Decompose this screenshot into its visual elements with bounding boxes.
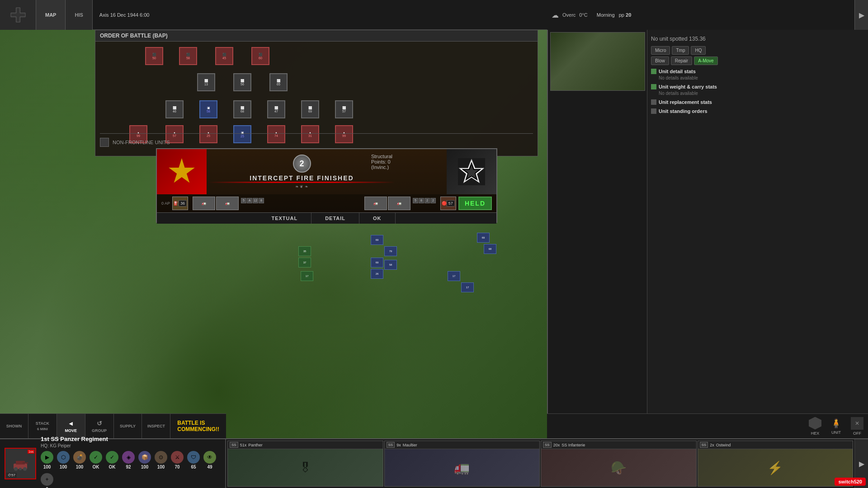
- ammo-vehicles: 🚛 🚛: [193, 197, 239, 210]
- move-mode[interactable]: ◄ MOVE: [57, 414, 85, 439]
- unit-name: 1st SS Panzer Regiment: [41, 436, 221, 442]
- ammo-box-3: 12: [253, 198, 258, 203]
- action-row-1: Micro Tmp HQ: [651, 46, 864, 55]
- unit-cards: SS 51x Panther 🎖 SS 9x Maultier 🚛 SS 20x: [226, 439, 854, 488]
- unit-stats-row: ▶ 100 ⬡ 100 💣 100 ✓ OK ✓ OK: [41, 451, 221, 488]
- map-unit[interactable]: 37: [298, 258, 311, 267]
- spotting-icon: 👁: [203, 451, 216, 464]
- iron-cross-icon: [458, 158, 485, 185]
- ok-button[interactable]: OK: [359, 213, 396, 224]
- stat-ammo: 💣 100: [73, 451, 86, 469]
- oob-unit[interactable]: ⬛ 60: [251, 47, 269, 65]
- map-unit[interactable]: 69: [371, 235, 383, 245]
- map-unit[interactable]: 79: [384, 246, 397, 256]
- oob-unit[interactable]: ⬜ 68: [233, 100, 251, 118]
- unit-weight-carry-section: Unit weight & carry stats No details ava…: [651, 84, 864, 96]
- oob-unit[interactable]: ⬜ 69: [301, 100, 319, 118]
- shown-mode[interactable]: SHOWN: [0, 414, 28, 439]
- oob-unit[interactable]: ⬜ 56: [233, 73, 251, 91]
- defender-hp: 57: [447, 200, 455, 206]
- oob-unit[interactable]: ⬛ 58: [179, 47, 197, 65]
- battle-divider: [209, 182, 395, 183]
- defender-vehicle-1: 🚛: [364, 197, 387, 210]
- scroll-right-button[interactable]: ▶: [854, 0, 868, 30]
- unit-card-infanterie-header: SS 20x SS Infanterie: [541, 441, 696, 449]
- map-unit[interactable]: 58: [384, 260, 397, 270]
- held-badge: HELD: [458, 197, 492, 210]
- logo-area: [0, 0, 36, 30]
- ap-text: 0 AP: [161, 201, 170, 206]
- oob-unit[interactable]: ⬛ 45: [215, 47, 233, 65]
- svg-point-16: [19, 468, 22, 470]
- map-unit[interactable]: 17: [448, 271, 460, 281]
- micro-button[interactable]: Micro: [651, 46, 670, 55]
- map-unit[interactable]: 35: [298, 246, 311, 256]
- off-view-button[interactable]: ✕ OFF: [851, 417, 863, 436]
- ammo-group-attacker: 🚛 🚛 5 A 12 8: [193, 197, 264, 210]
- date-display: Axis 16 Dec 1944 6:00: [93, 12, 156, 18]
- battle-center: 2 INTERCEPT FIRE FINISHED ❧ ❦ ❧: [207, 149, 397, 194]
- map-unit[interactable]: 69: [371, 258, 383, 267]
- group-mode[interactable]: ↺ GROUP: [85, 414, 114, 439]
- checkbox-replacement[interactable]: [651, 99, 656, 105]
- ammo-box-2: A: [247, 198, 252, 203]
- checkbox-standing[interactable]: [651, 108, 656, 114]
- oob-unit[interactable]: ⬜ 13: [197, 73, 215, 91]
- decorative-ornament: ❧ ❦ ❧: [295, 184, 308, 189]
- move-icon: ◄: [68, 420, 74, 427]
- stat-fuel: ⬡ 100: [57, 451, 70, 469]
- truck-shape: 🚛: [454, 460, 470, 475]
- right-panel: No unit spotted 135.36 Micro Tmp HQ Blow…: [547, 30, 868, 438]
- oob-unit[interactable]: ⬛ 50: [145, 47, 163, 65]
- maultier-image: 🚛: [385, 449, 540, 486]
- unit-card-maultier-header: SS 9x Maultier: [385, 441, 540, 449]
- supply-mode[interactable]: SUPPLY: [114, 414, 142, 439]
- range-icon: ⊙: [155, 451, 167, 464]
- map-tab[interactable]: MAP: [36, 0, 66, 30]
- unit-icon: 🧍: [830, 418, 842, 429]
- stat-morale: ◈ 92: [122, 451, 135, 469]
- unit-replacement-title: Unit replacement stats: [651, 99, 864, 105]
- hq-button[interactable]: HQ: [691, 46, 706, 55]
- battle-buttons: TEXTUAL DETAIL OK: [157, 212, 496, 224]
- stat-extra: + 0: [41, 473, 53, 488]
- oob-unit[interactable]: ⬜ 57: [335, 100, 353, 118]
- battle-round: 2: [293, 155, 311, 173]
- oob-unit[interactable]: ⬜ 65: [269, 73, 288, 91]
- oob-unit[interactable]: ⬜ 47: [267, 100, 285, 118]
- unit-weight-carry-title: Unit weight & carry stats: [651, 84, 864, 89]
- game-logo: [10, 7, 26, 23]
- map-unit[interactable]: 17: [301, 271, 313, 281]
- checkbox-detail[interactable]: [651, 69, 656, 74]
- oob-tree: ⬛ 50 ⬛ 58 ⬛ 45 ⬛ 60 ⬜ 13 ⬜ 56 ⬜ 65: [95, 42, 538, 154]
- ammo-boxes-attacker: 5 A 12 8: [241, 198, 264, 209]
- map-unit[interactable]: 69: [477, 233, 490, 243]
- amove-button[interactable]: A-Move: [694, 56, 717, 65]
- textual-button[interactable]: TEXTUAL: [258, 213, 311, 224]
- ok1-icon: ✓: [90, 451, 102, 464]
- blow-button[interactable]: Blow: [651, 56, 669, 65]
- unit-detail-stats-title: Unit detail stats: [651, 69, 864, 74]
- repair-button[interactable]: Repair: [671, 56, 692, 65]
- defender-unit-icon: 🔴 57: [440, 197, 456, 210]
- oob-unit[interactable]: ⬜ 46: [165, 100, 184, 118]
- map-unit[interactable]: 68: [484, 244, 496, 254]
- ammo-box-7: 2: [425, 198, 430, 203]
- us-flag-area: [157, 149, 207, 194]
- panther-image: 🎖: [228, 449, 383, 486]
- detail-button[interactable]: DETAIL: [311, 213, 359, 224]
- group-icon: ↺: [97, 420, 102, 427]
- stack-mode[interactable]: STACK 6 MINI: [28, 414, 57, 439]
- hex-view-button[interactable]: HEX: [809, 417, 821, 436]
- ammo-group-defender: 🚛 🚛 5 8 2 2: [364, 197, 436, 210]
- map-unit[interactable]: 17: [461, 282, 474, 292]
- inspect-mode[interactable]: INSPECT: [142, 414, 170, 439]
- oob-unit[interactable]: ▣ 58: [199, 100, 217, 118]
- tmp-button[interactable]: Tmp: [672, 46, 689, 55]
- unit-hp-display: ⏱57: [6, 473, 17, 478]
- map-unit[interactable]: 26: [371, 269, 383, 279]
- checkbox-weight[interactable]: [651, 84, 656, 89]
- status-message: BATTLE IS COMMENCING!!: [170, 420, 226, 432]
- his-tab[interactable]: HIS: [66, 0, 92, 30]
- unit-view-button[interactable]: 🧍 UNIT: [830, 418, 842, 435]
